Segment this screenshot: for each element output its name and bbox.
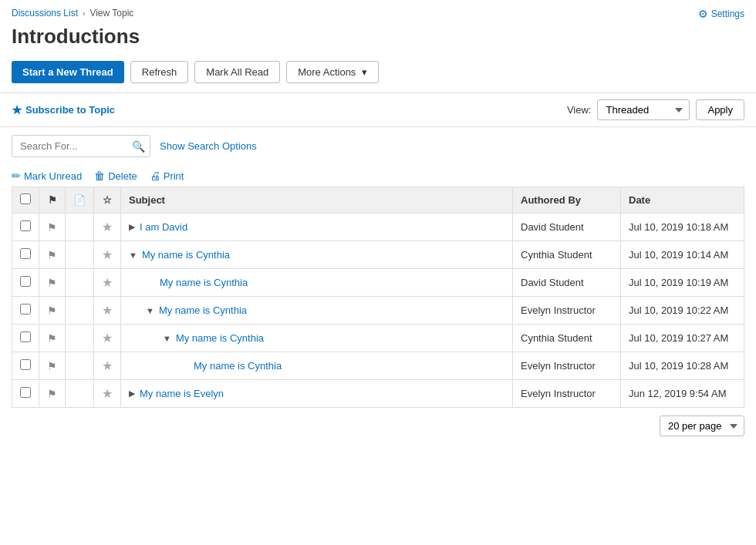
chevron-down-icon: ▾ [362, 66, 367, 78]
discussions-table: ⚑ 📄 ☆ Subject Authored By Date ⚑★▶ I am … [12, 187, 744, 408]
star-toggle[interactable]: ★ [102, 331, 113, 345]
star-toggle[interactable]: ★ [102, 359, 113, 372]
star-toggle[interactable]: ★ [102, 248, 113, 261]
row-checkbox[interactable] [20, 276, 31, 287]
expand-right-icon[interactable]: ▶ [129, 222, 135, 232]
expand-down-icon[interactable]: ▼ [129, 251, 137, 260]
flag-icon[interactable]: ⚑ [47, 277, 57, 289]
date-cell: Jul 10, 2019 10:28 AM [621, 352, 744, 380]
attachment-cell [66, 325, 94, 352]
flag-icon[interactable]: ⚑ [47, 249, 57, 261]
table-row: ⚑★ My name is CynthiaEvelyn InstructorJu… [12, 352, 744, 380]
attachment-header-icon: 📄 [73, 194, 86, 206]
table-row: ⚑★▶ I am DavidDavid StudentJul 10, 2019 … [12, 214, 744, 241]
mark-all-read-button[interactable]: Mark All Read [194, 61, 280, 83]
subject-cell: My name is Cynthia [121, 352, 513, 380]
row-checkbox[interactable] [20, 248, 31, 259]
expand-down-icon[interactable]: ▼ [146, 306, 154, 315]
gear-icon: ⚙ [698, 8, 708, 20]
star-toggle[interactable]: ★ [102, 220, 113, 234]
breadcrumb-separator: › [83, 9, 85, 18]
author-cell: Cynthia Student [513, 241, 621, 269]
attachment-cell [66, 380, 94, 408]
date-cell: Jul 10, 2019 10:27 AM [621, 325, 744, 352]
th-subject: Subject [121, 187, 513, 214]
star-toggle[interactable]: ★ [102, 387, 113, 400]
flag-icon[interactable]: ⚑ [47, 388, 57, 400]
subject-cell: ▼ My name is Cynthia [121, 325, 513, 352]
author-cell: David Student [513, 214, 621, 241]
row-checkbox[interactable] [20, 359, 31, 370]
flag-icon[interactable]: ⚑ [47, 332, 57, 345]
more-actions-button[interactable]: More Actions ▾ [286, 61, 379, 83]
th-attachment: 📄 [66, 187, 94, 214]
subject-link[interactable]: My name is Cynthia [159, 304, 247, 316]
toolbar: Start a New Thread Refresh Mark All Read… [0, 56, 756, 93]
table-row: ⚑★ My name is CynthiaDavid StudentJul 10… [12, 269, 744, 297]
settings-link[interactable]: ⚙ Settings [698, 8, 744, 20]
delete-label: Delete [108, 170, 137, 182]
view-label: View: [567, 104, 592, 116]
apply-button[interactable]: Apply [696, 99, 744, 120]
flag-icon[interactable]: ⚑ [47, 304, 57, 317]
star-toggle[interactable]: ★ [102, 304, 113, 317]
attachment-cell [66, 269, 94, 297]
flag-icon[interactable]: ⚑ [47, 221, 57, 234]
date-cell: Jul 10, 2019 10:14 AM [621, 241, 744, 269]
subscribe-link[interactable]: ★ Subscribe to Topic [12, 103, 115, 117]
subscribe-row: ★ Subscribe to Topic View: Threaded Flat… [0, 93, 756, 126]
refresh-button[interactable]: Refresh [130, 61, 189, 83]
subject-cell: ▶ I am David [121, 214, 513, 241]
search-input[interactable] [12, 135, 150, 157]
mark-unread-icon: ✏ [12, 170, 21, 182]
delete-link[interactable]: 🗑 Delete [94, 170, 137, 182]
flag-icon[interactable]: ⚑ [47, 360, 57, 372]
flag-header-icon: ⚑ [48, 194, 57, 206]
per-page-select[interactable]: 10 per page 20 per page 50 per page [660, 415, 744, 436]
row-checkbox[interactable] [20, 331, 31, 342]
print-label: Print [164, 170, 184, 182]
settings-label: Settings [711, 8, 744, 19]
author-cell: David Student [513, 269, 621, 297]
print-link[interactable]: 🖨 Print [150, 170, 184, 182]
star-header-icon: ☆ [103, 194, 112, 206]
table-row: ⚑★▶ My name is EvelynEvelyn InstructorJu… [12, 380, 744, 408]
new-thread-button[interactable]: Start a New Thread [12, 61, 124, 83]
star-toggle[interactable]: ★ [102, 276, 113, 289]
attachment-cell [66, 352, 94, 380]
subject-link[interactable]: My name is Cynthia [142, 249, 230, 261]
search-input-wrap: 🔍 [12, 135, 150, 157]
th-flag: ⚑ [39, 187, 66, 214]
date-cell: Jun 12, 2019 9:54 AM [621, 380, 744, 408]
subject-link[interactable]: My name is Evelyn [140, 388, 224, 399]
attachment-cell [66, 214, 94, 241]
attachment-cell [66, 241, 94, 269]
subject-cell: ▼ My name is Cynthia [121, 241, 513, 269]
row-checkbox[interactable] [20, 220, 31, 231]
show-search-options-link[interactable]: Show Search Options [160, 140, 257, 152]
expand-down-icon[interactable]: ▼ [163, 334, 171, 343]
table-row: ⚑★▼ My name is CynthiaEvelyn InstructorJ… [12, 297, 744, 325]
subject-link[interactable]: My name is Cynthia [194, 360, 282, 372]
subject-cell: ▶ My name is Evelyn [121, 380, 513, 408]
subject-link[interactable]: My name is Cynthia [160, 277, 248, 288]
select-all-checkbox[interactable] [20, 193, 31, 204]
breadcrumb-discussions-link[interactable]: Discussions List [12, 8, 78, 19]
table-header-row: ⚑ 📄 ☆ Subject Authored By Date [12, 187, 744, 214]
row-checkbox[interactable] [20, 304, 31, 315]
th-date: Date [621, 187, 744, 214]
expand-right-icon[interactable]: ▶ [129, 389, 135, 399]
subject-cell: My name is Cynthia [121, 269, 513, 297]
subject-link[interactable]: My name is Cynthia [176, 332, 264, 344]
mark-unread-link[interactable]: ✏ Mark Unread [12, 170, 82, 182]
table-row: ⚑★▼ My name is CynthiaCynthia StudentJul… [12, 241, 744, 269]
search-icon[interactable]: 🔍 [132, 140, 145, 153]
table-row: ⚑★▼ My name is CynthiaCynthia StudentJul… [12, 325, 744, 352]
row-checkbox[interactable] [20, 387, 31, 398]
view-select[interactable]: Threaded Flat [597, 99, 690, 120]
subject-link[interactable]: I am David [140, 221, 187, 233]
date-cell: Jul 10, 2019 10:19 AM [621, 269, 744, 297]
subject-cell: ▼ My name is Cynthia [121, 297, 513, 325]
attachment-cell [66, 297, 94, 325]
print-icon: 🖨 [150, 170, 160, 182]
